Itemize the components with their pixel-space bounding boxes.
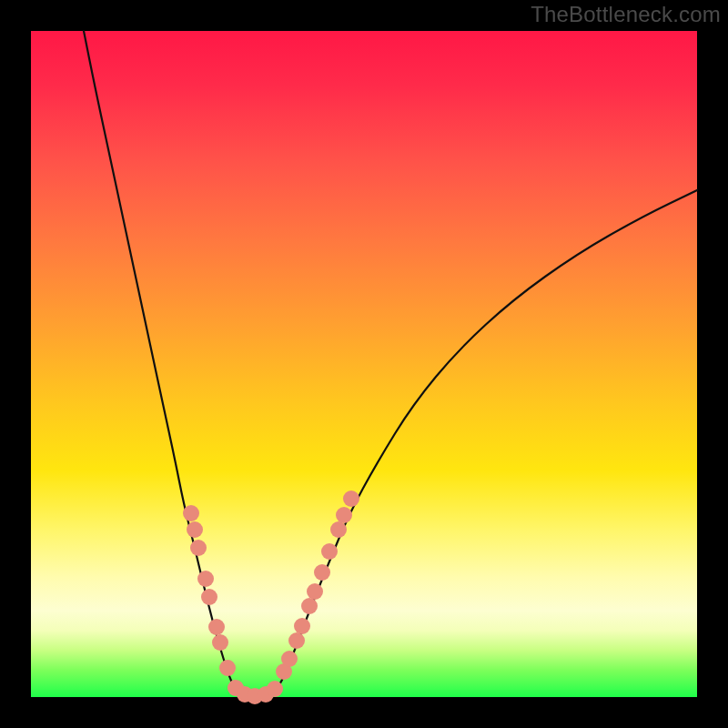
data-bead	[307, 583, 323, 600]
data-bead	[314, 564, 330, 581]
data-bead	[187, 521, 203, 538]
data-bead	[212, 634, 228, 651]
data-bead	[281, 651, 298, 667]
data-bead	[201, 589, 217, 605]
data-bead	[183, 505, 199, 521]
curve-right-branch	[275, 190, 697, 693]
data-bead	[301, 598, 318, 614]
data-bead	[197, 571, 214, 587]
data-bead	[343, 490, 359, 507]
data-bead	[321, 543, 338, 560]
data-bead	[336, 507, 352, 523]
data-bead	[208, 619, 225, 635]
data-bead	[294, 618, 310, 634]
bead-group	[183, 490, 359, 704]
chart-svg	[31, 31, 697, 697]
chart-frame: TheBottleneck.com	[0, 0, 728, 728]
data-bead	[267, 681, 283, 697]
data-bead	[288, 632, 305, 649]
attribution-label: TheBottleneck.com	[531, 2, 721, 27]
data-bead	[330, 521, 347, 538]
data-bead	[190, 540, 207, 556]
data-bead	[219, 660, 236, 676]
